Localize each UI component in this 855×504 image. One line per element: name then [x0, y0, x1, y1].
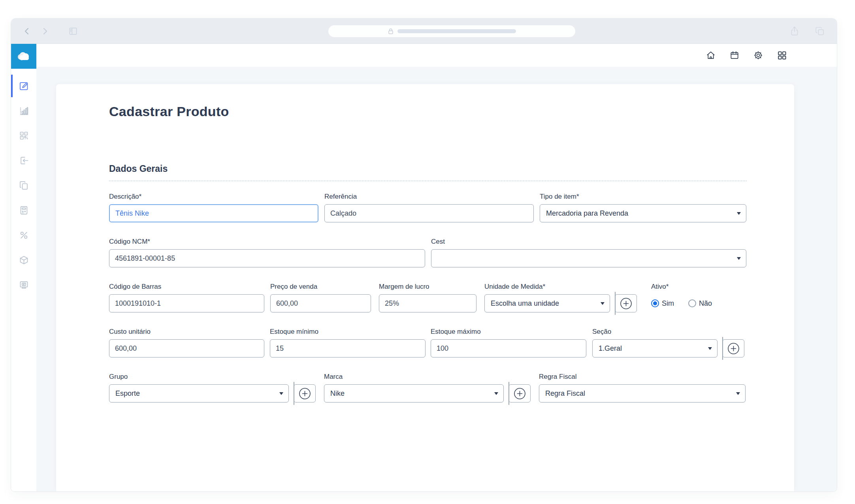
url-redaction-bar	[397, 29, 516, 33]
ativo-nao-radio[interactable]	[688, 299, 696, 307]
field-label: Ativo*	[651, 282, 712, 291]
sidebar-item-import[interactable]	[11, 148, 36, 173]
sidebar-toggle-icon[interactable]	[68, 26, 78, 36]
field-codigo-barras: Código de Barras	[109, 282, 264, 312]
margem-lucro-input[interactable]	[379, 294, 476, 312]
content-area: Cadastrar Produto Dados Gerais Descrição…	[36, 67, 837, 491]
chevron-down-icon	[494, 392, 498, 395]
sidebar-item-calculator[interactable]	[11, 198, 36, 223]
add-grupo-button[interactable]	[294, 384, 316, 402]
tabs-icon[interactable]	[815, 26, 825, 36]
field-label: Regra Fiscal	[539, 372, 746, 381]
field-label: Código de Barras	[109, 282, 264, 291]
field-estoque-maximo: Estoque máximo	[431, 327, 586, 357]
field-custo-unitario: Custo unitário	[109, 327, 264, 357]
estoque-maximo-input[interactable]	[431, 339, 586, 357]
custo-unitario-input[interactable]	[109, 339, 264, 357]
select-value: Escolha uma unidade	[491, 299, 559, 308]
presentation-icon	[19, 280, 29, 290]
add-secao-button[interactable]	[722, 339, 744, 357]
calendar-icon[interactable]	[729, 50, 740, 60]
add-marca-button[interactable]	[508, 384, 531, 402]
qr-code-icon	[19, 130, 29, 141]
field-unidade-medida: Unidade de Medida* Escolha uma unidade	[484, 282, 637, 312]
chevron-down-icon	[737, 257, 741, 260]
sidebar-item-edit[interactable]	[11, 73, 36, 98]
sidebar-item-copy[interactable]	[11, 173, 36, 198]
add-unidade-button[interactable]	[615, 294, 637, 312]
forward-icon[interactable]	[41, 27, 49, 36]
estoque-minimo-input[interactable]	[270, 339, 426, 357]
app-header	[36, 44, 837, 67]
chevron-down-icon	[708, 347, 712, 350]
field-label: Margem de lucro	[379, 282, 476, 291]
apps-grid-icon[interactable]	[777, 50, 787, 60]
chevron-down-icon	[279, 392, 283, 395]
sidebar-item-products[interactable]	[11, 248, 36, 273]
import-icon	[19, 155, 29, 166]
section-title: Dados Gerais	[109, 164, 747, 174]
ativo-sim-radio[interactable]	[651, 299, 659, 307]
plus-circle-icon	[620, 297, 632, 310]
edit-icon	[19, 81, 29, 91]
grupo-select[interactable]: Esporte	[109, 384, 289, 402]
field-regra-fiscal: Regra Fiscal Regra Fiscal	[539, 372, 746, 402]
field-codigo-ncm: Código NCM*	[109, 237, 425, 267]
product-form: Descrição* Referência Tipo de item*	[109, 192, 747, 402]
select-value: Esporte	[115, 389, 140, 398]
field-label: Unidade de Medida*	[484, 282, 637, 291]
field-label: Custo unitário	[109, 327, 264, 336]
lock-icon	[388, 28, 394, 34]
field-label: Descrição*	[109, 192, 318, 201]
field-label: Seção	[592, 327, 744, 336]
active-indicator	[11, 75, 13, 97]
app-logo[interactable]	[11, 44, 36, 69]
plus-circle-icon	[299, 387, 311, 400]
cest-select[interactable]	[431, 249, 746, 267]
codigo-barras-input[interactable]	[109, 294, 264, 312]
screen: Cadastrar Produto Dados Gerais Descrição…	[0, 0, 855, 504]
copy-icon	[19, 180, 29, 191]
field-preco-venda: Preço de venda	[270, 282, 371, 312]
field-estoque-minimo: Estoque mínimo	[270, 327, 426, 357]
tipo-item-select[interactable]: Mercadoria para Revenda	[540, 204, 746, 222]
field-label: Referência	[324, 192, 534, 201]
percent-icon	[19, 230, 29, 241]
home-icon[interactable]	[706, 50, 716, 60]
chevron-down-icon	[737, 212, 741, 215]
browser-chrome	[11, 19, 837, 44]
sidebar-item-presentation[interactable]	[11, 273, 36, 297]
preco-venda-input[interactable]	[270, 294, 371, 312]
field-label: Grupo	[109, 372, 316, 381]
address-bar[interactable]	[328, 25, 575, 37]
sidebar	[11, 44, 36, 491]
settings-gear-icon[interactable]	[753, 50, 763, 60]
share-icon[interactable]	[789, 26, 800, 37]
descricao-input[interactable]	[109, 204, 318, 222]
secao-select[interactable]: 1.Geral	[592, 339, 718, 357]
field-label: Código NCM*	[109, 237, 425, 246]
radio-label: Sim	[662, 299, 674, 308]
sidebar-item-reports[interactable]	[11, 98, 36, 123]
form-card: Cadastrar Produto Dados Gerais Descrição…	[56, 84, 794, 491]
sidebar-item-qrcode[interactable]	[11, 123, 36, 148]
back-icon[interactable]	[23, 27, 31, 36]
regra-fiscal-select[interactable]: Regra Fiscal	[539, 384, 746, 402]
codigo-ncm-input[interactable]	[109, 249, 425, 267]
chevron-down-icon	[736, 392, 740, 395]
sidebar-item-percent[interactable]	[11, 223, 36, 248]
field-label: Tipo de item*	[540, 192, 746, 201]
unidade-medida-select[interactable]: Escolha uma unidade	[484, 294, 610, 312]
marca-select[interactable]: Nike	[324, 384, 504, 402]
calculator-icon	[19, 205, 29, 216]
field-tipo-item: Tipo de item* Mercadoria para Revenda	[540, 192, 746, 222]
field-label: Estoque máximo	[431, 327, 586, 336]
select-value: Regra Fiscal	[545, 389, 585, 398]
plus-circle-icon	[727, 342, 740, 355]
field-cest: Cest	[431, 237, 746, 267]
field-marca: Marca Nike	[324, 372, 531, 402]
field-margem-lucro: Margem de lucro	[379, 282, 476, 312]
referencia-input[interactable]	[324, 204, 534, 222]
page-title: Cadastrar Produto	[109, 104, 747, 119]
field-secao: Seção 1.Geral	[592, 327, 744, 357]
